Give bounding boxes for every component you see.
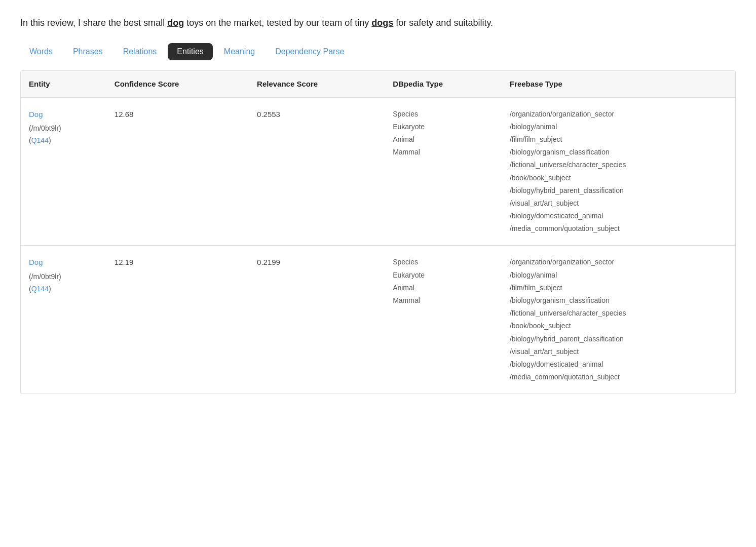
freebase-list-0: /organization/organization_sector/biolog…	[510, 108, 727, 236]
tab-relations[interactable]: Relations	[114, 43, 166, 60]
dbpedia-list-1: SpeciesEukaryoteAnimalMammal	[393, 256, 494, 307]
entity-qid-link-1[interactable]: Q144	[31, 285, 49, 293]
freebase-cell-0: /organization/organization_sector/biolog…	[502, 97, 735, 246]
table-body: Dog (/m/0bt9lr) (Q144) 12.680.2553Specie…	[21, 97, 735, 394]
tab-entities[interactable]: Entities	[168, 43, 212, 60]
col-header-relevance: Relevance Score	[249, 71, 385, 98]
col-header-confidence: Confidence Score	[106, 71, 249, 98]
relevance-cell-1: 0.2199	[249, 246, 385, 394]
confidence-cell-0: 12.68	[106, 97, 249, 246]
entity-qid-link-0[interactable]: Q144	[31, 136, 49, 144]
table-header-row: Entity Confidence Score Relevance Score …	[21, 71, 735, 98]
table-row: Dog (/m/0bt9lr) (Q144) 12.190.2199Specie…	[21, 246, 735, 394]
tab-phrases[interactable]: Phrases	[64, 43, 112, 60]
dbpedia-cell-1: SpeciesEukaryoteAnimalMammal	[385, 246, 502, 394]
entity-sub-0: (/m/0bt9lr) (Q144)	[29, 123, 98, 147]
tab-bar: Words Phrases Relations Entities Meaning…	[20, 43, 736, 60]
relevance-cell-0: 0.2553	[249, 97, 385, 246]
freebase-list-1: /organization/organization_sector/biolog…	[510, 256, 727, 383]
entity-sub-1: (/m/0bt9lr) (Q144)	[29, 271, 98, 295]
intro-text-middle: toys on the market, tested by our team o…	[184, 18, 371, 28]
entity-cell-1: Dog (/m/0bt9lr) (Q144)	[21, 246, 106, 394]
intro-dog1: dog	[167, 18, 184, 28]
entities-table: Entity Confidence Score Relevance Score …	[21, 71, 735, 394]
intro-paragraph: In this review, I share the best small d…	[20, 15, 736, 31]
dbpedia-cell-0: SpeciesEukaryoteAnimalMammal	[385, 97, 502, 246]
col-header-dbpedia: DBpedia Type	[385, 71, 502, 98]
intro-dog2: dogs	[371, 18, 393, 28]
intro-text-after: for safety and suitability.	[393, 18, 493, 28]
col-header-entity: Entity	[21, 71, 106, 98]
confidence-cell-1: 12.19	[106, 246, 249, 394]
entity-link-0[interactable]: Dog	[29, 108, 98, 121]
table-row: Dog (/m/0bt9lr) (Q144) 12.680.2553Specie…	[21, 97, 735, 246]
tab-dependency-parse[interactable]: Dependency Parse	[266, 43, 353, 60]
tab-words[interactable]: Words	[20, 43, 62, 60]
freebase-cell-1: /organization/organization_sector/biolog…	[502, 246, 735, 394]
dbpedia-list-0: SpeciesEukaryoteAnimalMammal	[393, 108, 494, 159]
entity-cell-0: Dog (/m/0bt9lr) (Q144)	[21, 97, 106, 246]
tab-meaning[interactable]: Meaning	[215, 43, 264, 60]
intro-text-before-dog: In this review, I share the best small	[20, 18, 167, 28]
col-header-freebase: Freebase Type	[502, 71, 735, 98]
entity-link-1[interactable]: Dog	[29, 256, 98, 269]
entities-table-wrapper: Entity Confidence Score Relevance Score …	[20, 70, 736, 395]
